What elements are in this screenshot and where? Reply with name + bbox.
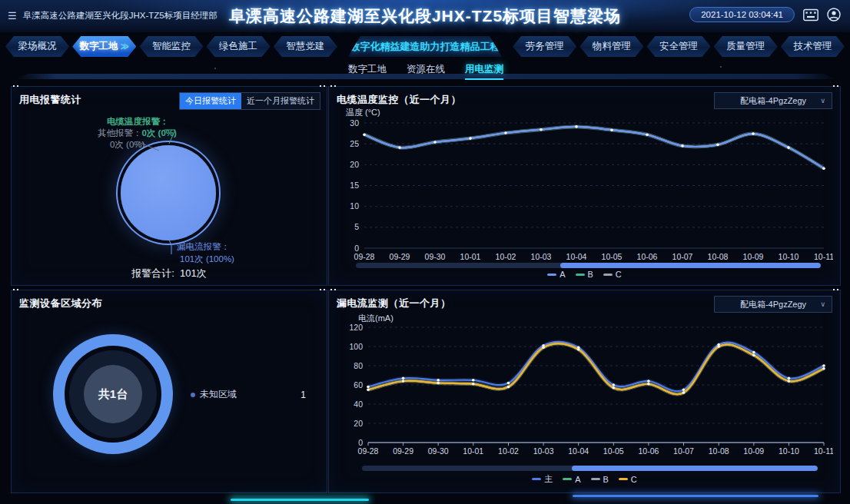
keyboard-icon[interactable] [803,8,818,22]
nav-tab[interactable]: 质量管理 [714,36,778,57]
temp-box-selector[interactable]: 配电箱-4PgzZegy ∨ [714,92,832,109]
bottom-glow-accent-teal [231,499,369,501]
temperature-line-chart[interactable]: 05101520253009-2809-2909-3010-0110-0210-… [335,119,833,270]
temp-y-axis-label: 温度 (°C) [346,107,380,118]
panel-title: 监测设备区域分布 [19,297,102,310]
slogan-banner: 数字化精益建造助力打造精品工程 [340,36,510,57]
legend-item[interactable]: A [547,270,565,279]
svg-text:09-28: 09-28 [354,252,375,261]
svg-text:5: 5 [354,222,359,231]
leakage-zoom-slider[interactable] [362,466,818,471]
panel-title: 电缆温度监控（近一个月） [337,93,461,107]
subnav-item[interactable]: 数字工地 [348,63,387,80]
legend-item[interactable]: A [563,473,580,485]
temp-zoom-slider-fill[interactable] [560,263,821,268]
legend-swatch [576,274,585,276]
nav-tab[interactable]: 物料管理 [579,36,643,57]
top-header-bar: ☰ 阜溧高速公路建湖至兴化段JHX-TZ5标项目经理部 阜溧高速公路建湖至兴化段… [0,0,850,32]
svg-text:10-03: 10-03 [531,252,552,261]
svg-text:10-03: 10-03 [533,446,554,456]
svg-text:10-11: 10-11 [814,252,833,261]
filter-today-button[interactable]: 今日报警统计 [180,93,241,109]
leakage-zoom-slider-fill[interactable] [572,466,818,471]
svg-text:10-08: 10-08 [709,446,729,456]
nav-tab[interactable]: 劳务管理 [513,36,576,57]
legend-swatch [603,274,613,276]
svg-text:10-04: 10-04 [568,446,589,456]
device-donut-chart[interactable]: 共1台 [53,334,173,454]
user-profile-icon[interactable] [827,8,841,22]
svg-text:09-29: 09-29 [393,446,413,456]
svg-text:10: 10 [350,201,359,211]
callout-cable-temp-value: 0次 (0%) [142,128,177,138]
svg-text:10-01: 10-01 [463,446,483,456]
svg-text:0: 0 [358,438,363,447]
svg-text:09-30: 09-30 [428,446,449,456]
svg-text:100: 100 [349,342,363,351]
svg-text:60: 60 [354,380,363,390]
leakage-box-selector-value: 配电箱-4PgzZegy [740,299,806,310]
leakage-box-selector[interactable]: 配电箱-4PgzZegy ∨ [714,296,832,313]
legend-swatch [591,478,600,480]
alarm-total-label: 报警合计: [131,267,174,279]
filter-month-button[interactable]: 近一个月报警统计 [241,93,320,109]
svg-text:0: 0 [354,244,359,253]
panel-leakage-current: 漏电流监测（近一个月） 配电箱-4PgzZegy ∨ 电流(mA) 020406… [328,290,841,493]
svg-text:10-04: 10-04 [566,252,587,261]
svg-text:10-02: 10-02 [496,252,516,261]
nav-tab[interactable]: 技术管理 [781,36,845,57]
panel-device-region-distribution: 监测设备区域分布 共1台 未知区域 1 [11,290,327,493]
svg-text:10-06: 10-06 [637,252,658,261]
svg-text:80: 80 [354,361,363,370]
nav-tab[interactable]: 安全管理 [646,36,710,57]
callout-leakage-value: 101次 (100%) [180,254,234,265]
nav-tab[interactable]: 智慧党建 [274,36,337,57]
legend-swatch [563,478,572,480]
chevron-down-icon: ∨ [820,97,825,104]
device-legend-label: 未知区域 [200,388,237,401]
alarm-pie-chart[interactable] [121,145,216,240]
callout-other-value: 0次 (0%) [110,139,144,151]
legend-item[interactable]: B [576,270,593,279]
svg-text:10-09: 10-09 [743,446,764,456]
svg-text:09-29: 09-29 [390,252,410,261]
svg-text:10-07: 10-07 [672,252,693,261]
svg-text:10-09: 10-09 [743,252,764,261]
subnav-item[interactable]: 资源在线 [407,63,445,80]
legend-swatch [532,478,541,480]
nav-tab[interactable]: 绿色施工 [207,36,271,57]
temp-zoom-slider[interactable] [356,263,821,268]
svg-text:40: 40 [354,400,363,409]
svg-text:09-30: 09-30 [425,252,446,261]
device-legend-row[interactable]: 未知区域 1 [191,388,306,401]
legend-swatch [547,274,556,276]
svg-text:10-05: 10-05 [603,446,624,456]
legend-item[interactable]: C [619,473,637,485]
legend-dot [191,393,195,397]
svg-text:120: 120 [349,324,363,332]
legend-item[interactable]: B [591,473,609,485]
hamburger-menu-icon[interactable]: ☰ [8,10,17,22]
bottom-glow-accent-blue [573,495,818,497]
svg-text:10-07: 10-07 [673,446,694,456]
nav-tab[interactable]: 智能监控 [139,36,203,57]
alarm-filter-switch: 今日报警统计 近一个月报警统计 [179,92,320,110]
legend-item[interactable]: 主 [532,473,553,485]
svg-text:15: 15 [350,181,359,190]
svg-text:10-01: 10-01 [460,252,481,261]
svg-text:10-11: 10-11 [814,446,833,456]
legend-swatch [619,478,628,480]
nav-tab[interactable]: 梁场概况 [5,36,69,57]
svg-text:20: 20 [350,160,359,169]
leakage-y-axis-label: 电流(mA) [358,313,393,324]
nav-tab[interactable]: 数字工地≫ [72,36,136,57]
panel-power-alarm-statistics: 用电报警统计 今日报警统计 近一个月报警统计 电缆温度报警： 其他报警：0次 (… [11,86,327,286]
legend-item[interactable]: C [603,270,622,279]
svg-text:10-10: 10-10 [779,446,799,456]
temp-box-selector-value: 配电箱-4PgzZegy [740,95,806,107]
panel-title: 用电报警统计 [19,93,81,107]
subnav-item[interactable]: 用电监测 [465,63,503,80]
leakage-line-chart[interactable]: 02040608010012009-2809-2909-3010-0110-02… [335,324,833,472]
svg-text:20: 20 [354,419,363,428]
alarm-total-value: 101次 [180,267,207,279]
